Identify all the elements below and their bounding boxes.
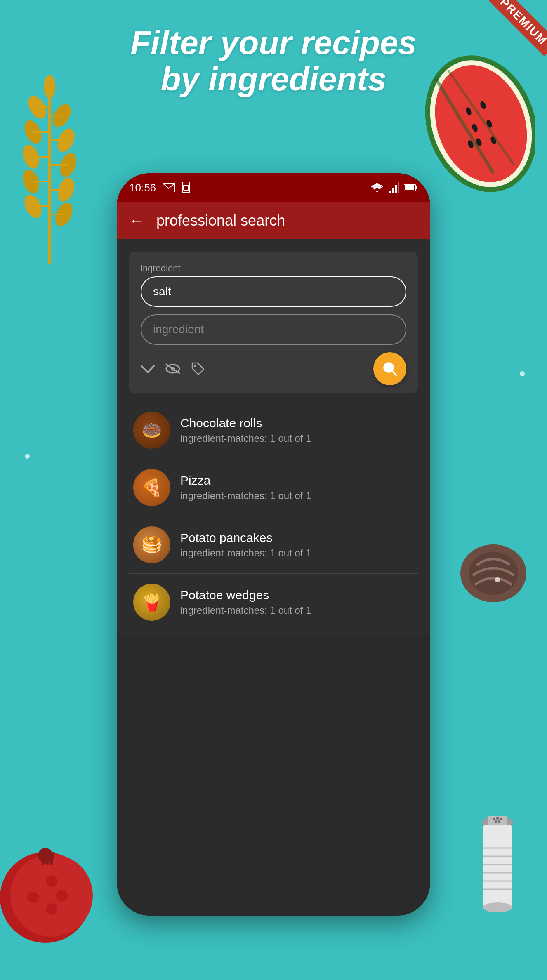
svg-rect-74 bbox=[416, 186, 417, 189]
recipe-item[interactable]: 🍕 Pizza ingredient-matches: 1 out of 1 bbox=[129, 459, 418, 516]
svg-point-46 bbox=[493, 818, 495, 820]
salt-shaker-decoration bbox=[464, 807, 530, 931]
recipe-subtitle: ingredient-matches: 1 out of 1 bbox=[180, 490, 414, 502]
recipe-list: 🍩 Chocolate rolls ingredient-matches: 1 … bbox=[129, 398, 418, 635]
svg-rect-70 bbox=[395, 185, 397, 193]
headline-line1: Filter your recipes bbox=[0, 25, 547, 61]
svg-point-79 bbox=[194, 365, 196, 367]
svg-point-56 bbox=[60, 879, 72, 891]
svg-point-62 bbox=[60, 903, 72, 915]
svg-rect-69 bbox=[392, 188, 394, 193]
recipe-item[interactable]: 🥞 Potato pancakes ingredient-matches: 1 … bbox=[129, 516, 418, 574]
svg-line-81 bbox=[392, 371, 396, 375]
search-icon bbox=[382, 361, 398, 377]
status-bar: 10:56 bbox=[117, 173, 430, 202]
decorative-dot bbox=[25, 454, 30, 459]
coffee-decoration bbox=[452, 536, 535, 610]
svg-point-60 bbox=[31, 903, 43, 915]
recipe-thumbnail: 🍩 bbox=[133, 412, 170, 449]
sim-icon bbox=[182, 182, 191, 193]
ingredient-input-empty[interactable]: ingredient bbox=[141, 314, 406, 345]
svg-rect-38 bbox=[483, 825, 512, 907]
svg-point-49 bbox=[495, 820, 497, 823]
recipe-thumbnail: 🥞 bbox=[133, 526, 170, 563]
svg-point-57 bbox=[27, 892, 39, 903]
pomegranate-decoration bbox=[0, 832, 103, 947]
search-card: ingredient ingredient bbox=[129, 252, 418, 393]
tag-icon[interactable] bbox=[191, 362, 205, 376]
headline: Filter your recipes by ingredients bbox=[0, 25, 547, 97]
wifi-icon bbox=[370, 182, 384, 193]
svg-point-59 bbox=[56, 890, 68, 901]
svg-point-55 bbox=[46, 875, 57, 887]
ingredient-input-filled[interactable] bbox=[141, 276, 406, 307]
recipe-title: Potato pancakes bbox=[180, 531, 414, 545]
svg-rect-66 bbox=[184, 185, 189, 190]
recipe-subtitle: ingredient-matches: 1 out of 1 bbox=[180, 605, 414, 616]
svg-point-48 bbox=[500, 818, 502, 820]
gmail-icon bbox=[163, 183, 175, 192]
recipe-title: Potatoe wedges bbox=[180, 588, 414, 602]
recipe-item[interactable]: 🍟 Potatoe wedges ingredient-matches: 1 o… bbox=[129, 574, 418, 631]
phone-content: ingredient ingredient bbox=[117, 239, 430, 635]
svg-point-50 bbox=[498, 820, 500, 823]
back-button[interactable]: ← bbox=[129, 212, 144, 229]
battery-icon bbox=[404, 184, 418, 192]
search-action-icons bbox=[141, 362, 205, 376]
premium-badge: PREMIUM bbox=[481, 0, 547, 66]
time-display: 10:56 bbox=[129, 181, 156, 194]
recipe-subtitle: ingredient-matches: 1 out of 1 bbox=[180, 547, 414, 559]
svg-rect-68 bbox=[389, 191, 391, 193]
headline-line2: by ingredients bbox=[0, 61, 547, 97]
svg-point-61 bbox=[46, 903, 57, 915]
svg-point-39 bbox=[483, 902, 512, 912]
status-bar-left: 10:56 bbox=[129, 181, 191, 194]
recipe-thumbnail: 🍕 bbox=[133, 469, 170, 506]
chevron-down-icon[interactable] bbox=[141, 363, 155, 374]
ingredient-placeholder: ingredient bbox=[153, 323, 204, 336]
recipe-info: Potato pancakes ingredient-matches: 1 ou… bbox=[180, 531, 414, 559]
app-bar-title: professional search bbox=[156, 212, 285, 229]
decorative-dot bbox=[495, 577, 500, 582]
premium-label: PREMIUM bbox=[489, 0, 547, 56]
svg-rect-71 bbox=[398, 182, 399, 193]
eye-off-icon[interactable] bbox=[165, 363, 181, 375]
recipe-thumbnail: 🍟 bbox=[133, 584, 170, 621]
search-button[interactable] bbox=[373, 352, 406, 385]
recipe-info: Chocolate rolls ingredient-matches: 1 ou… bbox=[180, 416, 414, 444]
recipe-info: Pizza ingredient-matches: 1 out of 1 bbox=[180, 474, 414, 502]
phone-mockup: 10:56 bbox=[117, 173, 430, 916]
search-actions bbox=[141, 352, 406, 385]
ingredient-label: ingredient bbox=[141, 263, 406, 274]
svg-point-47 bbox=[496, 817, 499, 820]
status-bar-right bbox=[370, 182, 418, 193]
recipe-item[interactable]: 🍩 Chocolate rolls ingredient-matches: 1 … bbox=[129, 402, 418, 459]
recipe-title: Pizza bbox=[180, 474, 414, 488]
recipe-info: Potatoe wedges ingredient-matches: 1 out… bbox=[180, 588, 414, 616]
recipe-title: Chocolate rolls bbox=[180, 416, 414, 430]
svg-point-58 bbox=[42, 890, 53, 901]
decorative-dot bbox=[520, 371, 525, 376]
svg-rect-73 bbox=[405, 185, 414, 190]
app-bar: ← professional search bbox=[117, 202, 430, 239]
signal-icon bbox=[389, 182, 399, 193]
svg-point-63 bbox=[38, 848, 53, 863]
recipe-subtitle: ingredient-matches: 1 out of 1 bbox=[180, 433, 414, 444]
svg-point-54 bbox=[31, 879, 43, 891]
